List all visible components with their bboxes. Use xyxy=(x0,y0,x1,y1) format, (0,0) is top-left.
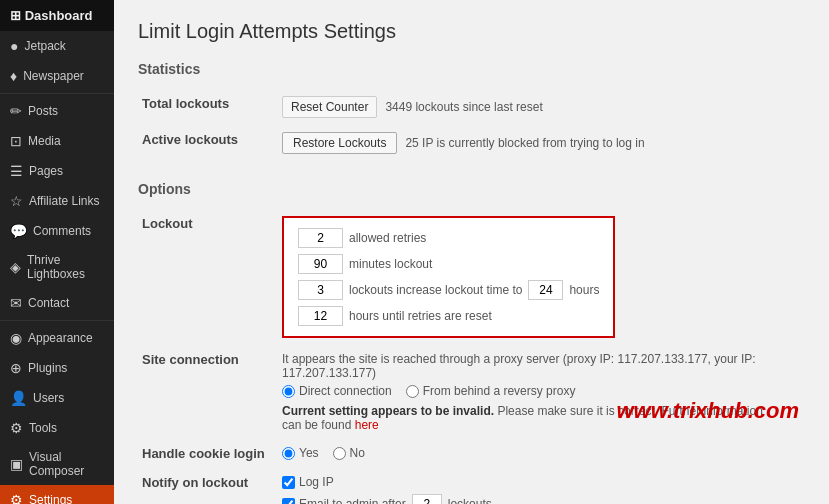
lockout-row: Lockout 2 allowed retries 90 minutes loc… xyxy=(138,209,805,345)
active-lockouts-text: 25 IP is currently blocked from trying t… xyxy=(405,136,644,150)
sidebar-item-settings[interactable]: ⚙ Settings xyxy=(0,485,114,504)
increase-label: lockouts increase lockout time to xyxy=(349,283,522,297)
reset-row: 12 hours until retries are reset xyxy=(298,306,599,326)
hours-label: hours xyxy=(569,283,599,297)
lockout-box: 2 allowed retries 90 minutes lockout 3 l… xyxy=(282,216,615,338)
yes-option[interactable]: Yes xyxy=(282,446,319,460)
warning-text: Current setting appears to be invalid. P… xyxy=(282,404,782,432)
proxy-connection-radio[interactable] xyxy=(406,385,419,398)
minutes-row: 90 minutes lockout xyxy=(298,254,599,274)
sidebar-item-plugins[interactable]: ⊕ Plugins xyxy=(0,353,114,383)
options-section: Options Lockout 2 allowed retries 90 min… xyxy=(138,181,805,504)
warning-link[interactable]: here xyxy=(355,418,379,432)
notify-lockout-row: Notify on lockout Log IP Email to admin … xyxy=(138,468,805,504)
retries-row: 2 allowed retries xyxy=(298,228,599,248)
no-option[interactable]: No xyxy=(333,446,365,460)
log-ip-row: Log IP xyxy=(282,475,801,489)
restore-lockouts-button[interactable]: Restore Lockouts xyxy=(282,132,397,154)
pages-icon: ☰ xyxy=(10,163,23,179)
email-admin-count-input[interactable]: 2 xyxy=(412,494,442,504)
minutes-input[interactable]: 90 xyxy=(298,254,343,274)
hours-input[interactable]: 24 xyxy=(528,280,563,300)
newspaper-icon: ♦ xyxy=(10,68,17,84)
tools-icon: ⚙ xyxy=(10,420,23,436)
lockout-label: Lockout xyxy=(138,209,278,345)
statistics-table: Total lockouts Reset Counter 3449 lockou… xyxy=(138,89,805,161)
total-lockouts-text: 3449 lockouts since last reset xyxy=(385,100,542,114)
email-admin-option[interactable]: Email to admin after xyxy=(282,497,406,504)
yes-radio[interactable] xyxy=(282,447,295,460)
no-radio[interactable] xyxy=(333,447,346,460)
email-admin-label: Email to admin after xyxy=(299,497,406,504)
sidebar-item-media[interactable]: ⊡ Media xyxy=(0,126,114,156)
notify-lockout-label: Notify on lockout xyxy=(138,468,278,504)
dashboard-icon: ⊞ xyxy=(10,8,21,23)
sidebar-item-tools[interactable]: ⚙ Tools xyxy=(0,413,114,443)
options-heading: Options xyxy=(138,181,805,197)
sidebar-header: ⊞ Dashboard xyxy=(0,0,114,31)
sidebar-item-thrive[interactable]: ◈ Thrive Lightboxes xyxy=(0,246,114,288)
retries-input[interactable]: 2 xyxy=(298,228,343,248)
sidebar-item-contact[interactable]: ✉ Contact xyxy=(0,288,114,318)
sidebar-item-newspaper[interactable]: ♦ Newspaper xyxy=(0,61,114,91)
sidebar-item-comments[interactable]: 💬 Comments xyxy=(0,216,114,246)
users-icon: 👤 xyxy=(10,390,27,406)
site-connection-text: It appears the site is reached through a… xyxy=(282,352,801,380)
proxy-connection-option[interactable]: From behind a reversy proxy xyxy=(406,384,576,398)
appearance-icon: ◉ xyxy=(10,330,22,346)
page-title: Limit Login Attempts Settings xyxy=(138,20,805,43)
no-label: No xyxy=(350,446,365,460)
yes-label: Yes xyxy=(299,446,319,460)
reset-label: hours until retries are reset xyxy=(349,309,492,323)
connection-radio-group: Direct connection From behind a reversy … xyxy=(282,384,801,398)
increase-row: 3 lockouts increase lockout time to 24 h… xyxy=(298,280,599,300)
plugins-icon: ⊕ xyxy=(10,360,22,376)
statistics-heading: Statistics xyxy=(138,61,805,77)
minutes-label: minutes lockout xyxy=(349,257,432,271)
sidebar-item-affiliate[interactable]: ☆ Affiliate Links xyxy=(0,186,114,216)
sidebar-item-appearance[interactable]: ◉ Appearance xyxy=(0,323,114,353)
sidebar-item-users[interactable]: 👤 Users xyxy=(0,383,114,413)
retries-label: allowed retries xyxy=(349,231,426,245)
jetpack-icon: ● xyxy=(10,38,18,54)
sidebar-item-jetpack[interactable]: ● Jetpack xyxy=(0,31,114,61)
sidebar: ⊞ Dashboard ● Jetpack ♦ Newspaper ✏ Post… xyxy=(0,0,114,504)
visual-composer-icon: ▣ xyxy=(10,456,23,472)
cookie-radio-group: Yes No xyxy=(282,446,801,460)
active-lockouts-row: Active lockouts Restore Lockouts 25 IP i… xyxy=(138,125,805,161)
cookie-login-row: Handle cookie login Yes No xyxy=(138,439,805,468)
reset-counter-button[interactable]: Reset Counter xyxy=(282,96,377,118)
options-table: Lockout 2 allowed retries 90 minutes loc… xyxy=(138,209,805,504)
email-admin-checkbox[interactable] xyxy=(282,498,295,505)
cookie-login-label: Handle cookie login xyxy=(138,439,278,468)
settings-icon: ⚙ xyxy=(10,492,23,504)
direct-connection-radio[interactable] xyxy=(282,385,295,398)
log-ip-option[interactable]: Log IP xyxy=(282,475,334,489)
comments-icon: 💬 xyxy=(10,223,27,239)
total-lockouts-label: Total lockouts xyxy=(138,89,278,125)
sidebar-item-posts[interactable]: ✏ Posts xyxy=(0,96,114,126)
log-ip-label: Log IP xyxy=(299,475,334,489)
total-lockouts-row: Total lockouts Reset Counter 3449 lockou… xyxy=(138,89,805,125)
contact-icon: ✉ xyxy=(10,295,22,311)
active-lockouts-value-row: Restore Lockouts 25 IP is currently bloc… xyxy=(282,132,801,154)
direct-connection-option[interactable]: Direct connection xyxy=(282,384,392,398)
total-lockouts-value-row: Reset Counter 3449 lockouts since last r… xyxy=(282,96,801,118)
posts-icon: ✏ xyxy=(10,103,22,119)
separator xyxy=(0,93,114,94)
thrive-icon: ◈ xyxy=(10,259,21,275)
site-connection-label: Site connection xyxy=(138,345,278,439)
statistics-section: Statistics Total lockouts Reset Counter … xyxy=(138,61,805,161)
sidebar-item-visual-composer[interactable]: ▣ Visual Composer xyxy=(0,443,114,485)
separator2 xyxy=(0,320,114,321)
affiliate-icon: ☆ xyxy=(10,193,23,209)
proxy-connection-label: From behind a reversy proxy xyxy=(423,384,576,398)
log-ip-checkbox[interactable] xyxy=(282,476,295,489)
direct-connection-label: Direct connection xyxy=(299,384,392,398)
reset-input[interactable]: 12 xyxy=(298,306,343,326)
site-connection-row: Site connection It appears the site is r… xyxy=(138,345,805,439)
increase-input[interactable]: 3 xyxy=(298,280,343,300)
active-lockouts-label: Active lockouts xyxy=(138,125,278,161)
sidebar-item-pages[interactable]: ☰ Pages xyxy=(0,156,114,186)
main-content: Limit Login Attempts Settings Statistics… xyxy=(114,0,829,504)
